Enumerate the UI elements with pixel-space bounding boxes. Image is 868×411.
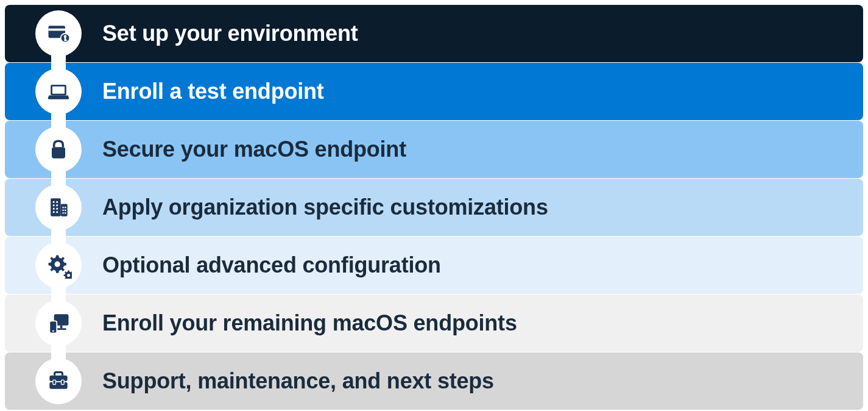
svg-rect-13 — [53, 204, 55, 206]
gears-icon — [35, 242, 82, 288]
step-enroll-test-endpoint: Enroll a test endpoint — [5, 63, 863, 120]
toolbox-icon — [35, 358, 82, 404]
svg-rect-5 — [65, 40, 68, 41]
svg-rect-29 — [56, 328, 66, 330]
step-advanced-configuration: Optional advanced configuration — [5, 237, 863, 294]
step-enroll-remaining-endpoints: Enroll your remaining macOS endpoints — [5, 295, 863, 352]
card-key-icon — [35, 10, 82, 57]
svg-rect-28 — [60, 326, 63, 329]
svg-point-31 — [52, 330, 54, 332]
step-label: Support, maintenance, and next steps — [102, 368, 494, 394]
step-label: Apply organization specific customizatio… — [102, 195, 548, 220]
svg-rect-20 — [65, 207, 66, 208]
svg-rect-21 — [62, 210, 63, 211]
svg-rect-22 — [65, 210, 66, 211]
svg-rect-16 — [56, 208, 58, 210]
svg-rect-23 — [62, 212, 63, 213]
svg-rect-7 — [52, 87, 65, 94]
step-label: Enroll your remaining macOS endpoints — [102, 310, 517, 336]
step-secure-macos-endpoint: Secure your macOS endpoint — [5, 121, 863, 178]
step-support-maintenance: Support, maintenance, and next steps — [5, 352, 863, 410]
svg-rect-15 — [53, 208, 55, 210]
svg-rect-9 — [51, 198, 61, 216]
step-setup-environment: Set up your environment — [5, 5, 863, 62]
step-label: Optional advanced configuration — [102, 252, 441, 278]
svg-rect-17 — [53, 211, 55, 213]
devices-icon — [35, 300, 82, 346]
svg-rect-14 — [56, 204, 58, 206]
svg-rect-19 — [62, 207, 63, 208]
svg-rect-12 — [56, 201, 58, 203]
building-icon — [35, 184, 82, 231]
step-apply-customizations: Apply organization specific customizatio… — [5, 179, 863, 236]
svg-rect-24 — [65, 212, 66, 213]
svg-rect-33 — [49, 382, 67, 389]
lock-icon — [35, 126, 82, 173]
step-label: Enroll a test endpoint — [102, 79, 324, 104]
deployment-steps-diagram: Set up your environment Enroll a test en… — [5, 5, 863, 410]
svg-rect-34 — [53, 380, 56, 384]
svg-rect-1 — [49, 29, 66, 31]
svg-rect-18 — [56, 211, 58, 213]
svg-point-25 — [55, 262, 60, 267]
svg-rect-35 — [62, 380, 65, 384]
step-label: Set up your environment — [102, 21, 358, 46]
step-label: Secure your macOS endpoint — [102, 137, 406, 162]
svg-rect-32 — [49, 376, 67, 381]
svg-rect-8 — [52, 147, 65, 158]
svg-point-26 — [67, 274, 70, 277]
svg-rect-10 — [61, 204, 68, 216]
svg-rect-11 — [53, 201, 55, 203]
laptop-icon — [35, 68, 82, 115]
